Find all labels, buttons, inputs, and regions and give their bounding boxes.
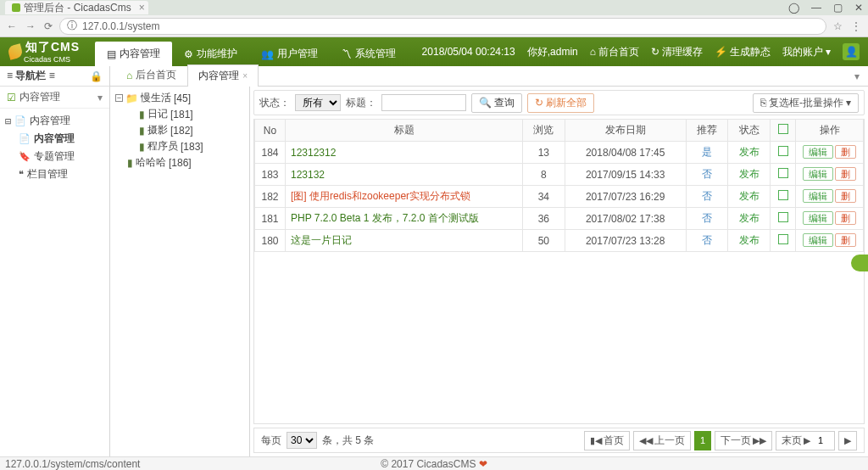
chart-icon: 〽 bbox=[342, 48, 352, 60]
title-link[interactable]: PHP 7.2.0 Beta 1 发布，7.2.0 首个测试版 bbox=[286, 208, 523, 230]
sidebar-group[interactable]: ☑ 内容管理 ▾ bbox=[0, 87, 109, 109]
reload-icon[interactable]: ⟳ bbox=[44, 20, 53, 32]
copy-icon: ⎘ bbox=[760, 97, 766, 109]
tab-home[interactable]: ⌂后台首页 bbox=[115, 64, 187, 86]
row-checkbox[interactable] bbox=[778, 234, 788, 244]
link-cache[interactable]: ↻清理缓存 bbox=[651, 45, 703, 59]
menu-system[interactable]: 〽系统管理 bbox=[330, 42, 408, 66]
refresh-icon: ↻ bbox=[535, 97, 543, 109]
menu-users[interactable]: 👥用户管理 bbox=[249, 42, 330, 66]
page-prev[interactable]: ◀◀ 上一页 bbox=[633, 431, 691, 450]
nav-item-content[interactable]: 📄内容管理 bbox=[19, 130, 104, 148]
star-icon[interactable]: ☆ bbox=[833, 20, 843, 32]
tree-node[interactable]: ▮摄影 [182] bbox=[115, 122, 244, 138]
delete-button[interactable]: 删 bbox=[835, 167, 856, 181]
row-checkbox[interactable] bbox=[778, 212, 788, 222]
refresh-button[interactable]: ↻刷新全部 bbox=[527, 93, 594, 113]
edit-button[interactable]: 编辑 bbox=[803, 211, 833, 225]
page-go[interactable]: ▶ bbox=[838, 431, 857, 450]
per-select[interactable]: 30 bbox=[287, 432, 317, 449]
close-icon[interactable]: ✕ bbox=[854, 2, 863, 14]
side-badge[interactable] bbox=[851, 255, 868, 271]
leaf-icon bbox=[7, 43, 24, 60]
edit-button[interactable]: 编辑 bbox=[803, 145, 833, 159]
menu-maintenance[interactable]: ⚙功能维护 bbox=[172, 42, 249, 66]
title-link[interactable]: 这是一片日记 bbox=[286, 230, 523, 252]
delete-button[interactable]: 删 bbox=[835, 233, 856, 247]
tree-node[interactable]: −📁慢生活 [45] bbox=[115, 90, 244, 106]
table-row: 18412312312132018/04/08 17:45是发布编辑删 bbox=[255, 142, 864, 164]
row-checkbox[interactable] bbox=[778, 146, 788, 156]
app-header: 知了CMS Cicadas CMS ▤内容管理 ⚙功能维护 👥用户管理 〽系统管… bbox=[0, 37, 868, 66]
nav-item-column[interactable]: ❝栏目管理 bbox=[19, 165, 104, 183]
greeting: 你好,admin bbox=[527, 45, 578, 59]
edit-button[interactable]: 编辑 bbox=[803, 167, 833, 181]
browser-tab[interactable]: 管理后台 - CicadasCms × bbox=[5, 1, 148, 14]
tree-node[interactable]: ▮程序员 [183] bbox=[115, 138, 244, 154]
page-current[interactable]: 1 bbox=[694, 431, 711, 450]
pager: 每页 30 条，共 5 条 ▮◀ 首页 ◀◀ 上一页 1 下一页 ▶▶ 末页 ▶… bbox=[253, 428, 865, 453]
title-link[interactable]: 123132 bbox=[286, 164, 523, 186]
page-go-input[interactable] bbox=[812, 435, 829, 445]
brand-secondary: Cicadas CMS bbox=[24, 55, 80, 64]
col-header: No bbox=[255, 120, 286, 142]
menu-content[interactable]: ▤内容管理 bbox=[95, 42, 172, 66]
edit-button[interactable]: 编辑 bbox=[803, 189, 833, 203]
status-text: 127.0.0.1/system/cms/content bbox=[5, 458, 140, 470]
page-next[interactable]: 下一页 ▶▶ bbox=[715, 431, 772, 450]
chevron-down-icon: ▾ bbox=[846, 97, 851, 109]
tree-node[interactable]: ▮日记 [181] bbox=[115, 106, 244, 122]
lightning-icon: ⚡ bbox=[715, 46, 727, 58]
heart-icon: ❤ bbox=[479, 458, 487, 470]
link-static[interactable]: ⚡生成静态 bbox=[715, 45, 771, 59]
delete-button[interactable]: 删 bbox=[835, 189, 856, 203]
back-icon[interactable]: ← bbox=[7, 20, 17, 32]
search-icon: 🔍 bbox=[479, 97, 492, 109]
state-select[interactable]: 所有 bbox=[295, 94, 341, 111]
checkbox[interactable] bbox=[778, 124, 788, 134]
user-icon[interactable]: ◯ bbox=[788, 2, 799, 14]
edit-button[interactable]: 编辑 bbox=[803, 233, 833, 247]
page-last[interactable]: 末页 ▶ bbox=[776, 431, 835, 450]
title-link[interactable]: 12312312 bbox=[286, 142, 523, 164]
category-tree: −📁慢生活 [45] ▮日记 [181] ▮摄影 [182] ▮程序员 [183… bbox=[110, 87, 250, 456]
tab-close-icon[interactable]: × bbox=[242, 71, 248, 81]
delete-button[interactable]: 删 bbox=[835, 211, 856, 225]
tabs-dropdown-icon[interactable]: ▾ bbox=[851, 67, 863, 86]
row-checkbox[interactable] bbox=[778, 168, 788, 178]
tab-close-icon[interactable]: × bbox=[139, 2, 145, 14]
lock-icon[interactable]: 🔒 bbox=[90, 70, 103, 82]
home-icon: ⌂ bbox=[126, 70, 132, 81]
file-icon: ▮ bbox=[127, 157, 133, 169]
tab-title: 管理后台 - CicadasCms bbox=[24, 1, 131, 15]
row-checkbox[interactable] bbox=[778, 190, 788, 200]
page-first[interactable]: ▮◀ 首页 bbox=[584, 431, 630, 450]
menu-icon[interactable]: ⋮ bbox=[851, 20, 861, 32]
link-front[interactable]: ⌂前台首页 bbox=[590, 45, 639, 59]
total-label: 条，共 5 条 bbox=[322, 434, 374, 448]
nav-root[interactable]: ⊟📄内容管理 bbox=[5, 112, 104, 130]
gear-icon: ⚙ bbox=[184, 48, 193, 60]
logo: 知了CMS Cicadas CMS bbox=[0, 37, 88, 66]
datetime: 2018/05/04 00:24:13 bbox=[422, 46, 515, 58]
col-header: 浏览 bbox=[523, 120, 565, 142]
title-input[interactable] bbox=[381, 94, 466, 111]
search-button[interactable]: 🔍查询 bbox=[471, 93, 522, 113]
maximize-icon[interactable]: ▢ bbox=[833, 2, 843, 14]
address-bar[interactable]: ⓘ 127.0.0.1/system bbox=[59, 18, 826, 35]
avatar[interactable]: 👤 bbox=[843, 43, 860, 60]
minimize-icon[interactable]: — bbox=[811, 2, 821, 14]
tab-content[interactable]: 内容管理× bbox=[187, 64, 259, 87]
url-bar: ← → ⟳ ⓘ 127.0.0.1/system ☆ ⋮ bbox=[0, 15, 868, 37]
title-link[interactable]: [图] 使用redis和zookeeper实现分布式锁 bbox=[286, 186, 523, 208]
nav-item-topic[interactable]: 🔖专题管理 bbox=[19, 148, 104, 165]
tree-node[interactable]: ▮哈哈哈 [186] bbox=[115, 154, 244, 171]
link-account[interactable]: 我的账户▾ bbox=[782, 45, 831, 59]
batch-button[interactable]: ⎘复选框-批量操作▾ bbox=[753, 93, 859, 113]
check-icon: ☑ bbox=[7, 92, 16, 104]
forward-icon[interactable]: → bbox=[25, 20, 36, 32]
table-row: 181PHP 7.2.0 Beta 1 发布，7.2.0 首个测试版362017… bbox=[255, 208, 864, 230]
main-panel: 状态： 所有 标题： 🔍查询 ↻刷新全部 ⎘复选框-批量操作▾ No标题浏览发布… bbox=[250, 87, 868, 456]
per-label: 每页 bbox=[261, 434, 281, 448]
delete-button[interactable]: 删 bbox=[835, 145, 856, 159]
